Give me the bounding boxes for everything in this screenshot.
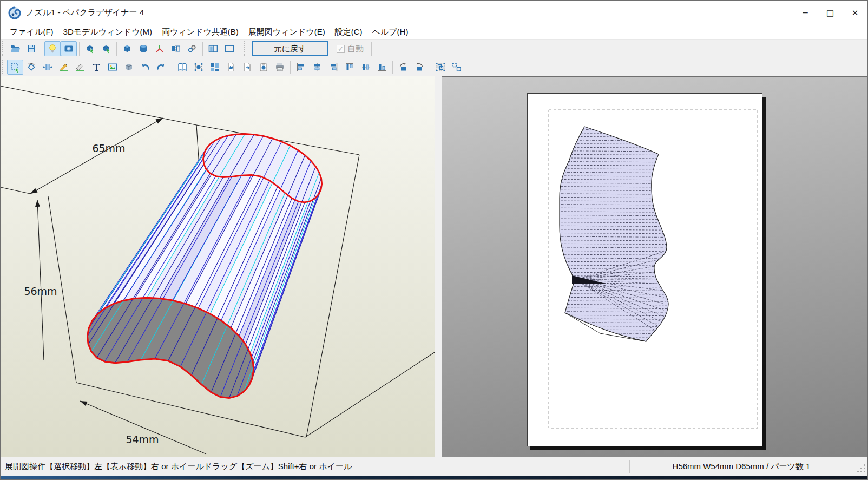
toolbar-separator (290, 61, 291, 74)
part-outline[interactable] (560, 127, 668, 341)
auto-arrange-button[interactable] (207, 60, 223, 75)
menu-settings[interactable]: 設定(C) (330, 25, 367, 39)
dim-width-label: 54mm (126, 433, 159, 445)
spread-part-button[interactable] (40, 60, 56, 75)
print-button[interactable] (272, 60, 288, 75)
rotate-cw-icon (414, 62, 425, 73)
texture-icon (63, 43, 74, 54)
text-icon (91, 62, 102, 73)
toggle-light-button[interactable] (44, 41, 61, 56)
dim-height-label: 56mm (24, 285, 57, 297)
align-middle-button[interactable] (358, 60, 374, 75)
align-right-button[interactable] (325, 60, 341, 75)
toolbar-separator (202, 42, 203, 56)
toolbar-pattern (1, 58, 867, 76)
page-number-icon (226, 62, 236, 73)
link-view-button[interactable] (184, 41, 200, 56)
book-icon (177, 62, 188, 73)
view-3d-part-button[interactable] (121, 60, 137, 75)
rotate-ccw-icon (398, 62, 409, 73)
rotate-model-button[interactable] (82, 41, 98, 56)
insert-image-button[interactable] (104, 60, 121, 75)
align-top-button[interactable] (341, 60, 358, 75)
app-window: ノズル1 - ペパクラデザイナー 4 ─ □ ✕ ファイル(F)3Dモデルウィン… (0, 0, 868, 480)
group-button[interactable] (432, 60, 449, 75)
layout-two-pane-button[interactable] (205, 41, 221, 56)
toolbar-main: 元に戻す✓自動 (1, 40, 867, 58)
align-middle-v-icon (360, 62, 371, 73)
rotate-part-icon (26, 62, 37, 73)
cube-icon (122, 43, 133, 54)
toolbar-separator (172, 61, 172, 74)
mirror-icon (170, 43, 181, 54)
cube3d-icon (123, 62, 134, 73)
status-hint: 展開図操作【選択移動】左【表示移動】右 or ホイールドラッグ【ズーム】Shif… (1, 462, 629, 472)
resize-grip[interactable] (853, 457, 867, 476)
toolbar-grip[interactable] (2, 41, 5, 56)
align-left-icon (295, 62, 306, 73)
rotate-left-button[interactable] (395, 60, 411, 75)
primitive-box-button[interactable] (119, 41, 135, 56)
undo-button[interactable] (137, 60, 153, 75)
open-icon (10, 43, 21, 54)
capture-button[interactable] (255, 60, 272, 75)
toolbar-grip[interactable] (2, 60, 5, 74)
rotate-model-snap-button[interactable] (98, 41, 114, 56)
align-left-button[interactable] (293, 60, 309, 75)
select-part-icon (10, 62, 21, 73)
primitive-cylinder-button[interactable] (135, 41, 152, 56)
align-center-button[interactable] (309, 60, 325, 75)
model-3d-viewport[interactable]: 65mm56mm54mm (1, 76, 435, 457)
paper-sheet[interactable] (527, 93, 762, 446)
redo-button[interactable] (153, 60, 169, 75)
rotate-part-button[interactable] (23, 60, 40, 75)
show-edge-id-button[interactable] (223, 60, 239, 75)
link-icon (187, 43, 198, 54)
minimize-button[interactable]: ─ (793, 1, 818, 25)
toolbar-grip[interactable] (244, 41, 247, 56)
toggle-texture-button[interactable] (61, 41, 77, 56)
title-bar[interactable]: ノズル1 - ペパクラデザイナー 4 ─ □ ✕ (1, 1, 867, 25)
group-icon (435, 62, 446, 73)
edit-cut-button[interactable] (72, 60, 88, 75)
select-all-handles-button[interactable] (190, 60, 207, 75)
maximize-button[interactable]: □ (818, 1, 843, 25)
pen-icon (58, 62, 69, 73)
open-button[interactable] (7, 41, 23, 56)
rotate-right-button[interactable] (411, 60, 428, 75)
menu-pattern-window[interactable]: 展開図ウィンドウ(E) (244, 25, 330, 39)
auto-unfold-control[interactable]: ✓自動 (337, 44, 364, 54)
menu-help[interactable]: ヘルプ(H) (367, 25, 413, 39)
menu-3d-model-window[interactable]: 3Dモデルウィンドウ(M) (58, 25, 157, 39)
show-axis-button[interactable] (152, 41, 168, 56)
window-bottom-edge (1, 476, 867, 479)
layout-one-pane-button[interactable] (221, 41, 238, 56)
align-top-icon (344, 62, 355, 73)
model-3d-canvas[interactable]: 65mm56mm54mm (1, 76, 435, 458)
select-part-button[interactable] (7, 60, 23, 75)
menu-both-windows[interactable]: 両ウィンドウ共通(B) (157, 25, 244, 39)
edit-flaps-button[interactable] (56, 60, 72, 75)
fold-preview-button[interactable] (174, 60, 190, 75)
align-right-icon (328, 62, 339, 73)
undo-flatten-button[interactable]: 元に戻す (252, 41, 328, 56)
menu-file[interactable]: ファイル(F) (5, 25, 58, 39)
one-pane-icon (224, 43, 235, 54)
close-button[interactable]: ✕ (843, 1, 867, 25)
align-bottom-button[interactable] (374, 60, 390, 75)
ungroup-button[interactable] (449, 60, 465, 75)
mirror-button[interactable] (168, 41, 184, 56)
insert-text-button[interactable] (88, 60, 104, 75)
export-page-button[interactable] (239, 60, 255, 75)
pane-splitter[interactable] (435, 76, 442, 457)
pattern-2d-viewport[interactable] (442, 76, 867, 457)
align-center-h-icon (312, 62, 323, 73)
unfolded-part[interactable] (528, 94, 762, 446)
status-model-info: H56mm W54mm D65mm / パーツ数 1 (630, 462, 853, 472)
auto-checkbox[interactable]: ✓ (337, 45, 345, 53)
main-area: 65mm56mm54mm (1, 76, 867, 457)
save-button[interactable] (23, 41, 40, 56)
toolbar-separator (430, 61, 430, 74)
auto-checkbox-label: 自動 (347, 44, 364, 54)
toolbar-separator (116, 42, 117, 56)
